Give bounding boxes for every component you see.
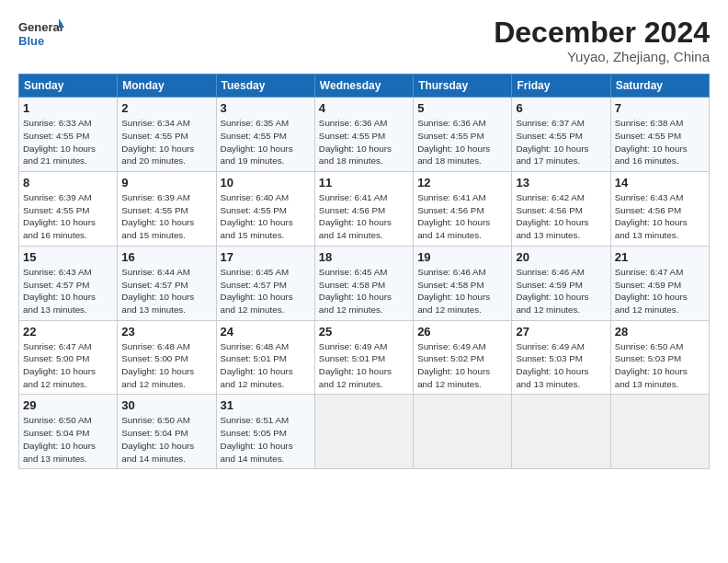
day-cell: 12Sunrise: 6:41 AMSunset: 4:56 PMDayligh… bbox=[414, 172, 512, 247]
day-cell: 21Sunrise: 6:47 AMSunset: 4:59 PMDayligh… bbox=[610, 246, 709, 320]
day-number: 21 bbox=[615, 250, 705, 264]
day-info: Sunrise: 6:36 AMSunset: 4:55 PMDaylight:… bbox=[417, 118, 490, 166]
col-sunday: Sunday bbox=[19, 75, 118, 98]
day-info: Sunrise: 6:50 AMSunset: 5:03 PMDaylight:… bbox=[615, 341, 688, 389]
day-cell: 16Sunrise: 6:44 AMSunset: 4:57 PMDayligh… bbox=[118, 246, 216, 320]
day-number: 9 bbox=[121, 176, 211, 190]
day-cell: 8Sunrise: 6:39 AMSunset: 4:55 PMDaylight… bbox=[19, 172, 118, 247]
day-cell: 31Sunrise: 6:51 AMSunset: 5:05 PMDayligh… bbox=[216, 395, 314, 469]
day-number: 14 bbox=[615, 176, 705, 190]
calendar-table: Sunday Monday Tuesday Wednesday Thursday… bbox=[18, 74, 710, 469]
day-cell: 17Sunrise: 6:45 AMSunset: 4:57 PMDayligh… bbox=[216, 246, 314, 320]
day-cell: 14Sunrise: 6:43 AMSunset: 4:56 PMDayligh… bbox=[610, 172, 709, 247]
day-cell: 5Sunrise: 6:36 AMSunset: 4:55 PMDaylight… bbox=[414, 98, 512, 172]
day-number: 27 bbox=[516, 325, 606, 339]
day-info: Sunrise: 6:45 AMSunset: 4:58 PMDaylight:… bbox=[319, 267, 392, 315]
day-info: Sunrise: 6:40 AMSunset: 4:55 PMDaylight:… bbox=[221, 192, 293, 240]
header: General Blue December 2024 Yuyao, Zhejia… bbox=[18, 17, 710, 64]
day-info: Sunrise: 6:46 AMSunset: 4:58 PMDaylight:… bbox=[417, 267, 490, 315]
day-info: Sunrise: 6:41 AMSunset: 4:56 PMDaylight:… bbox=[319, 192, 392, 240]
day-number: 20 bbox=[516, 250, 606, 264]
calendar-container: General Blue December 2024 Yuyao, Zhejia… bbox=[0, 0, 728, 478]
day-number: 22 bbox=[23, 325, 113, 339]
day-cell: 10Sunrise: 6:40 AMSunset: 4:55 PMDayligh… bbox=[216, 172, 314, 247]
day-info: Sunrise: 6:44 AMSunset: 4:57 PMDaylight:… bbox=[121, 267, 194, 315]
col-monday: Monday bbox=[118, 75, 216, 98]
day-number: 6 bbox=[516, 101, 606, 115]
day-number: 12 bbox=[417, 176, 507, 190]
header-row: Sunday Monday Tuesday Wednesday Thursday… bbox=[19, 75, 710, 98]
day-info: Sunrise: 6:39 AMSunset: 4:55 PMDaylight:… bbox=[121, 192, 194, 240]
day-number: 23 bbox=[121, 325, 211, 339]
day-cell: 23Sunrise: 6:48 AMSunset: 5:00 PMDayligh… bbox=[118, 320, 216, 395]
day-cell: 2Sunrise: 6:34 AMSunset: 4:55 PMDaylight… bbox=[118, 98, 216, 172]
day-cell: 1Sunrise: 6:33 AMSunset: 4:55 PMDaylight… bbox=[19, 98, 118, 172]
day-number: 1 bbox=[23, 101, 113, 115]
day-info: Sunrise: 6:49 AMSunset: 5:01 PMDaylight:… bbox=[319, 341, 392, 389]
day-info: Sunrise: 6:41 AMSunset: 4:56 PMDaylight:… bbox=[417, 192, 490, 240]
week-row: 8Sunrise: 6:39 AMSunset: 4:55 PMDaylight… bbox=[19, 172, 710, 247]
day-cell: 29Sunrise: 6:50 AMSunset: 5:04 PMDayligh… bbox=[19, 395, 118, 469]
month-title: December 2024 bbox=[494, 17, 710, 49]
day-number: 17 bbox=[221, 250, 311, 264]
col-friday: Friday bbox=[512, 75, 610, 98]
day-number: 13 bbox=[516, 176, 606, 190]
day-cell: 9Sunrise: 6:39 AMSunset: 4:55 PMDaylight… bbox=[118, 172, 216, 247]
svg-text:General: General bbox=[18, 20, 63, 34]
day-info: Sunrise: 6:42 AMSunset: 4:56 PMDaylight:… bbox=[516, 192, 588, 240]
day-cell: 19Sunrise: 6:46 AMSunset: 4:58 PMDayligh… bbox=[414, 246, 512, 320]
col-tuesday: Tuesday bbox=[216, 75, 314, 98]
day-cell: 3Sunrise: 6:35 AMSunset: 4:55 PMDaylight… bbox=[216, 98, 314, 172]
svg-text:Blue: Blue bbox=[18, 34, 44, 48]
day-cell: 15Sunrise: 6:43 AMSunset: 4:57 PMDayligh… bbox=[19, 246, 118, 320]
day-cell: 6Sunrise: 6:37 AMSunset: 4:55 PMDaylight… bbox=[512, 98, 610, 172]
day-info: Sunrise: 6:43 AMSunset: 4:56 PMDaylight:… bbox=[615, 192, 688, 240]
day-number: 24 bbox=[221, 325, 311, 339]
day-cell bbox=[610, 395, 709, 469]
day-info: Sunrise: 6:49 AMSunset: 5:02 PMDaylight:… bbox=[417, 341, 490, 389]
day-number: 28 bbox=[615, 325, 705, 339]
week-row: 1Sunrise: 6:33 AMSunset: 4:55 PMDaylight… bbox=[19, 98, 710, 172]
day-number: 10 bbox=[221, 176, 311, 190]
day-number: 30 bbox=[121, 398, 211, 412]
day-cell: 28Sunrise: 6:50 AMSunset: 5:03 PMDayligh… bbox=[610, 320, 709, 395]
day-number: 4 bbox=[319, 101, 409, 115]
day-cell bbox=[414, 395, 512, 469]
day-cell: 18Sunrise: 6:45 AMSunset: 4:58 PMDayligh… bbox=[314, 246, 413, 320]
day-cell: 20Sunrise: 6:46 AMSunset: 4:59 PMDayligh… bbox=[512, 246, 610, 320]
day-number: 5 bbox=[417, 101, 507, 115]
day-number: 7 bbox=[615, 101, 705, 115]
day-info: Sunrise: 6:35 AMSunset: 4:55 PMDaylight:… bbox=[221, 118, 293, 166]
day-cell: 26Sunrise: 6:49 AMSunset: 5:02 PMDayligh… bbox=[414, 320, 512, 395]
day-cell: 11Sunrise: 6:41 AMSunset: 4:56 PMDayligh… bbox=[314, 172, 413, 247]
day-info: Sunrise: 6:47 AMSunset: 4:59 PMDaylight:… bbox=[615, 267, 688, 315]
day-info: Sunrise: 6:51 AMSunset: 5:05 PMDaylight:… bbox=[221, 415, 293, 463]
day-info: Sunrise: 6:43 AMSunset: 4:57 PMDaylight:… bbox=[23, 267, 96, 315]
day-cell bbox=[314, 395, 413, 469]
col-thursday: Thursday bbox=[414, 75, 512, 98]
day-info: Sunrise: 6:50 AMSunset: 5:04 PMDaylight:… bbox=[23, 415, 96, 463]
day-cell: 25Sunrise: 6:49 AMSunset: 5:01 PMDayligh… bbox=[314, 320, 413, 395]
day-info: Sunrise: 6:49 AMSunset: 5:03 PMDaylight:… bbox=[516, 341, 588, 389]
day-cell: 13Sunrise: 6:42 AMSunset: 4:56 PMDayligh… bbox=[512, 172, 610, 247]
day-number: 11 bbox=[319, 176, 409, 190]
subtitle: Yuyao, Zhejiang, China bbox=[494, 49, 710, 64]
day-number: 19 bbox=[417, 250, 507, 264]
day-cell: 22Sunrise: 6:47 AMSunset: 5:00 PMDayligh… bbox=[19, 320, 118, 395]
day-cell: 27Sunrise: 6:49 AMSunset: 5:03 PMDayligh… bbox=[512, 320, 610, 395]
day-info: Sunrise: 6:48 AMSunset: 5:00 PMDaylight:… bbox=[121, 341, 194, 389]
day-info: Sunrise: 6:39 AMSunset: 4:55 PMDaylight:… bbox=[23, 192, 96, 240]
day-number: 8 bbox=[23, 176, 113, 190]
day-cell: 24Sunrise: 6:48 AMSunset: 5:01 PMDayligh… bbox=[216, 320, 314, 395]
day-number: 18 bbox=[319, 250, 409, 264]
day-number: 25 bbox=[319, 325, 409, 339]
day-info: Sunrise: 6:50 AMSunset: 5:04 PMDaylight:… bbox=[121, 415, 194, 463]
day-number: 15 bbox=[23, 250, 113, 264]
logo-svg: General Blue bbox=[18, 17, 64, 53]
day-info: Sunrise: 6:46 AMSunset: 4:59 PMDaylight:… bbox=[516, 267, 588, 315]
day-info: Sunrise: 6:38 AMSunset: 4:55 PMDaylight:… bbox=[615, 118, 688, 166]
day-info: Sunrise: 6:36 AMSunset: 4:55 PMDaylight:… bbox=[319, 118, 392, 166]
day-number: 29 bbox=[23, 398, 113, 412]
day-info: Sunrise: 6:47 AMSunset: 5:00 PMDaylight:… bbox=[23, 341, 96, 389]
day-cell: 7Sunrise: 6:38 AMSunset: 4:55 PMDaylight… bbox=[610, 98, 709, 172]
